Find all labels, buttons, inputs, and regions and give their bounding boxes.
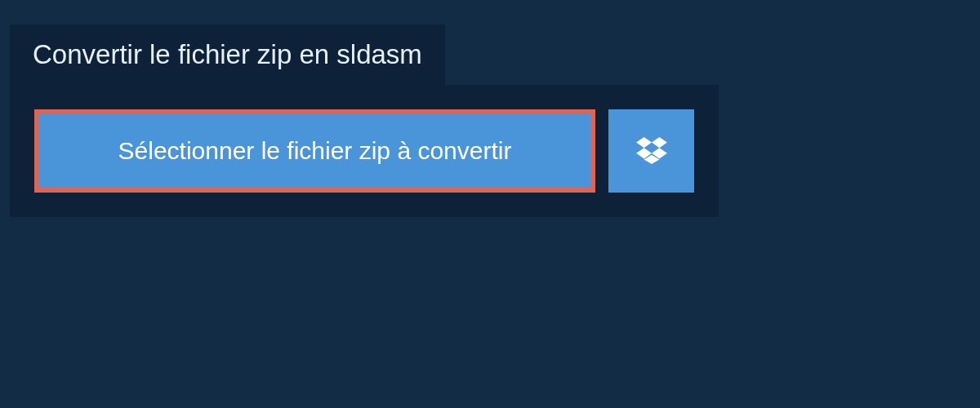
content-panel: Sélectionner le fichier zip à convertir [10,85,719,217]
tab-label: Convertir le fichier zip en sldasm [33,39,422,69]
select-file-button[interactable]: Sélectionner le fichier zip à convertir [34,109,595,193]
dropbox-button[interactable] [608,109,694,193]
dropbox-icon [636,137,667,165]
button-row: Sélectionner le fichier zip à convertir [34,109,694,193]
tab-convert[interactable]: Convertir le fichier zip en sldasm [10,24,445,85]
tab-bar: Convertir le fichier zip en sldasm [10,24,445,85]
select-file-label: Sélectionner le fichier zip à convertir [118,137,512,165]
